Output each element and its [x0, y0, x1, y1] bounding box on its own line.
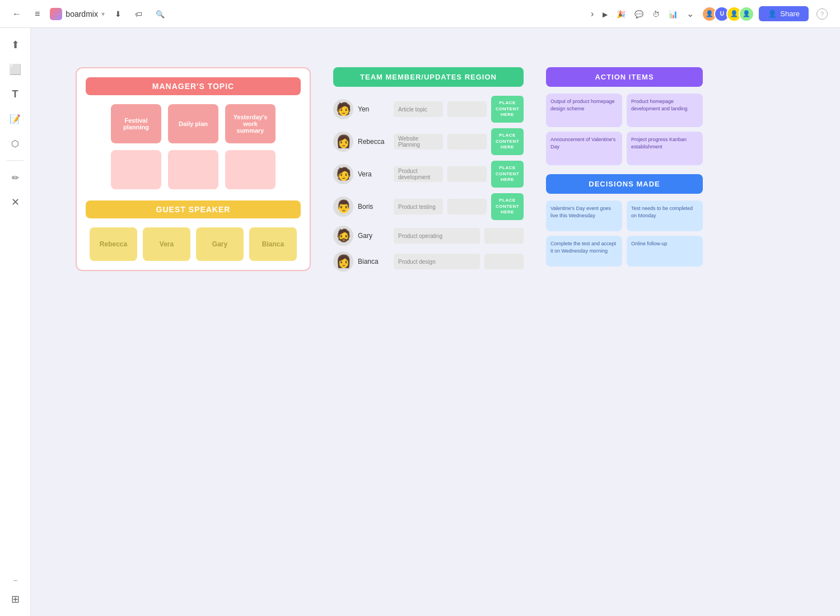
download-button[interactable]: [111, 7, 125, 21]
avatar-yen: [333, 99, 353, 119]
daily-label: Daily plan: [179, 120, 208, 127]
note-icon: [10, 113, 21, 125]
more-icon: [687, 8, 694, 19]
guest-card-rebecca[interactable]: Rebecca: [90, 227, 137, 261]
action-card-3[interactable]: Project progress Kanban establishment: [627, 132, 703, 165]
topic-empty-card-3: [225, 150, 276, 189]
sidebar-icon-grid[interactable]: [5, 589, 25, 609]
festival-label: Festival planning: [115, 117, 157, 130]
face-icon-bianca: [336, 254, 351, 269]
extra-bianca: [484, 254, 524, 269]
chart-button[interactable]: [665, 7, 681, 21]
topic-empty-card-2: [168, 150, 218, 189]
face-icon-gary: [336, 228, 351, 243]
confetti-icon: [617, 9, 626, 19]
decision-card-1[interactable]: Test needs to be completed on Monday: [627, 200, 703, 231]
task-gary: Product operating: [394, 228, 480, 244]
sidebar-icon-cross[interactable]: [5, 192, 25, 212]
name-rebecca: Rebecca: [358, 138, 389, 146]
sidebar-icon-pen[interactable]: [5, 167, 25, 188]
search-button[interactable]: [152, 7, 168, 21]
topic-card-festival[interactable]: Festival planning: [111, 104, 161, 143]
avatar-rebecca: [333, 132, 353, 152]
back-button[interactable]: [9, 7, 25, 21]
face-icon-yen: [336, 102, 351, 116]
guest-rebecca-label: Rebecca: [100, 240, 127, 248]
team-section-header: TEAM MEMBER/UPDATES REGION: [333, 67, 524, 87]
task-bianca: Product design: [394, 254, 480, 269]
action-card-0[interactable]: Output of product homepage design scheme: [546, 94, 622, 127]
timer-button[interactable]: [649, 7, 663, 21]
chat-button[interactable]: [631, 7, 647, 21]
task-rebecca: Website Planning: [394, 134, 443, 150]
download-icon: [115, 9, 122, 19]
menu-button[interactable]: [31, 7, 43, 21]
guest-vera-label: Vera: [160, 240, 174, 248]
tag-button[interactable]: [132, 7, 146, 21]
action-cards-grid: Output of product homepage design scheme…: [546, 94, 703, 165]
canvas-content: MANAGER'S TOPIC Festival planning Daily …: [76, 67, 703, 272]
more-button[interactable]: [683, 6, 697, 21]
avatar-gary: [333, 226, 353, 246]
sidebar-bottom: [5, 569, 25, 609]
help-icon: ?: [816, 8, 828, 20]
action-card-1[interactable]: Product homepage development and landing: [627, 94, 703, 127]
pen-icon: [12, 172, 19, 184]
decision-card-3[interactable]: Online follow-up: [627, 236, 703, 267]
share-button[interactable]: 👤 Share: [759, 6, 809, 21]
guest-bianca-label: Bianca: [262, 240, 284, 248]
help-button[interactable]: ?: [813, 6, 831, 22]
guest-speaker-section: GUEST SPEAKER Rebecca Vera Gary Bianca: [86, 200, 301, 261]
team-row-bianca: Bianca Product design: [333, 251, 524, 272]
menu-icon: [35, 9, 40, 19]
play-icon: [603, 9, 608, 19]
cross-icon: [11, 196, 20, 208]
task-yen: Article topic: [394, 101, 443, 117]
decision-card-2[interactable]: Complete the test and accept it on Wedne…: [546, 236, 622, 267]
task-boris: Product testing: [394, 199, 443, 214]
sidebar-icon-dots[interactable]: [5, 569, 25, 589]
back-icon: [12, 9, 21, 19]
topic-empty-cards-row: [86, 150, 301, 189]
guest-speaker-header: GUEST SPEAKER: [86, 200, 301, 218]
team-row-boris: Boris Product testing PLACE CONTENT HERE: [333, 193, 524, 220]
team-section: TEAM MEMBER/UPDATES REGION Yen Article t…: [333, 67, 524, 272]
frame-icon: [9, 63, 21, 76]
extra-boris: [447, 199, 487, 214]
managers-section: MANAGER'S TOPIC Festival planning Daily …: [76, 67, 311, 271]
guest-card-bianca[interactable]: Bianca: [249, 227, 297, 261]
team-row-yen: Yen Article topic PLACE CONTENT HERE: [333, 96, 524, 123]
team-row-vera: Vera Product development PLACE CONTENT H…: [333, 161, 524, 188]
play-button[interactable]: [599, 7, 611, 21]
tag-icon: [135, 9, 142, 19]
decision-card-0[interactable]: Valentine's Day event goes live this Wed…: [546, 200, 622, 231]
guest-card-vera[interactable]: Vera: [143, 227, 190, 261]
place-content-rebecca: PLACE CONTENT HERE: [491, 128, 524, 155]
clock-icon: [652, 9, 660, 19]
name-bianca: Bianca: [358, 258, 389, 265]
sidebar-icon-shapes[interactable]: [5, 133, 25, 153]
confetti-button[interactable]: [613, 7, 629, 21]
chat-icon: [634, 9, 643, 19]
sidebar-icon-cursor[interactable]: [5, 35, 25, 55]
managers-topic-header: MANAGER'S TOPIC: [86, 77, 301, 95]
sidebar-icon-text[interactable]: [5, 84, 25, 104]
avatar-bianca: [333, 251, 353, 272]
action-items-header: ACTION ITEMS: [546, 67, 703, 87]
extra-rebecca: [447, 134, 487, 150]
place-content-yen: PLACE CONTENT HERE: [491, 96, 524, 123]
topic-card-yesterday[interactable]: Yesterday's work summary: [225, 104, 276, 143]
chevron-right-button[interactable]: ›: [587, 7, 597, 21]
brand-icon: [50, 8, 62, 20]
guest-card-gary[interactable]: Gary: [196, 227, 244, 261]
sidebar-icon-note[interactable]: [5, 109, 25, 129]
sidebar-icon-frame[interactable]: [5, 59, 25, 80]
topic-card-daily[interactable]: Daily plan: [168, 104, 218, 143]
canvas-area: MANAGER'S TOPIC Festival planning Daily …: [31, 28, 840, 616]
face-icon-boris: [336, 199, 351, 214]
guest-gary-label: Gary: [212, 240, 227, 248]
face-icon-vera: [336, 167, 351, 181]
action-card-2[interactable]: Announcement of Valentine's Day: [546, 132, 622, 165]
share-label: Share: [780, 10, 800, 18]
name-yen: Yen: [358, 105, 389, 113]
